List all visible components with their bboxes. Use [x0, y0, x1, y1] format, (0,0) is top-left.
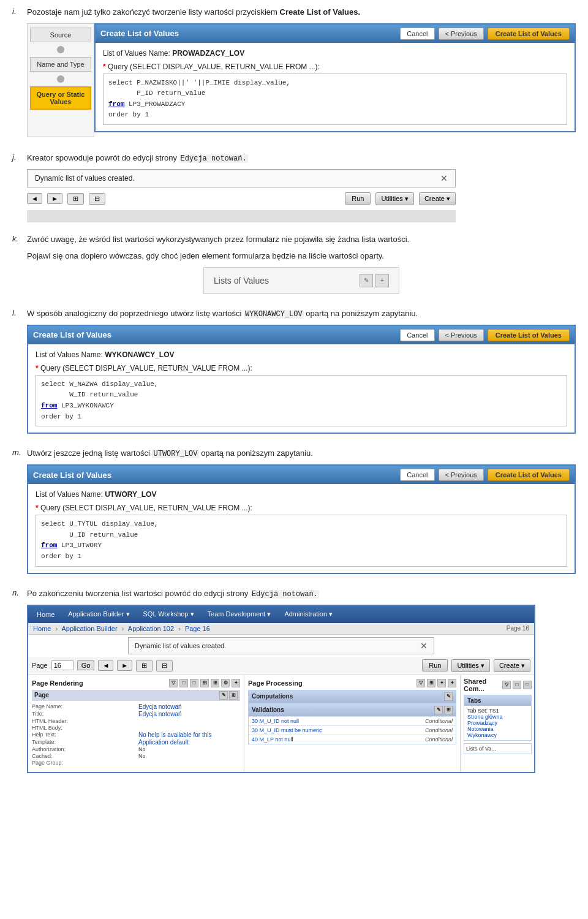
step-k-letter: k. — [12, 233, 27, 243]
step-n-text: Po zakończeniu tworzenia list wartości p… — [27, 588, 576, 600]
cancel-button-l[interactable]: Cancel — [400, 329, 434, 341]
nav-home-n[interactable]: Home — [31, 608, 61, 621]
mini-icon-3[interactable]: □ — [190, 679, 198, 687]
mini-icon-5[interactable]: ⊞ — [211, 679, 219, 687]
nav-team-dev-n[interactable]: Team Development ▾ — [202, 607, 277, 621]
create-lov-dialog-m: Create List of Values Cancel < Previous … — [27, 464, 576, 573]
step-n-main-text: Po zakończeniu tworzenia list wartości p… — [27, 589, 248, 598]
create-lov-button-m[interactable]: Create List of Values — [488, 469, 570, 481]
previous-button-m[interactable]: < Previous — [439, 469, 484, 481]
nav-app-builder-n[interactable]: Application Builder ▾ — [62, 607, 135, 621]
sidebar-item-query[interactable]: Query or Static Values — [30, 86, 91, 110]
page-expand-icon-n[interactable]: ⊟ — [156, 660, 173, 671]
step-m: m. Utwórz jeszcze jedną listę wartości U… — [12, 447, 576, 578]
mini-icon-7[interactable]: ✦ — [232, 679, 240, 687]
step-i-letter: i. — [12, 6, 27, 16]
create-lov-title-l: Create List of Values — [33, 330, 111, 339]
tab-link-2[interactable]: Prowadzący — [467, 720, 497, 726]
create-lov-button-l[interactable]: Create List of Values — [488, 329, 570, 341]
nav-back-btn-j[interactable]: ◄ — [27, 193, 42, 204]
lov-name-row-i: List of Values Name: PROWADZACY_LOV — [103, 49, 567, 58]
lov-add-icon[interactable]: + — [375, 274, 389, 287]
code-line-i-1: select P_NAZWISKO||' '||P_IMIE display_v… — [108, 78, 562, 89]
previous-button-i[interactable]: < Previous — [439, 28, 484, 40]
run-button-n[interactable]: Run — [422, 659, 448, 671]
validation-link-2[interactable]: 30 M_U_ID must be numeric — [252, 727, 322, 733]
page-section-edit-icon[interactable]: ✎ — [219, 691, 228, 700]
pp-icon-1[interactable]: ▽ — [417, 679, 425, 687]
page-ctrl-row-n: Page Go ◄ ► ⊞ ⊟ Run Utilities ▾ Create ▾ — [28, 657, 534, 675]
page-grid-icon-n[interactable]: ⊞ — [136, 660, 153, 671]
lov-edit-icon[interactable]: ✎ — [360, 274, 373, 287]
comp-icon-1[interactable]: ✎ — [444, 692, 453, 701]
create-lov-button-i[interactable]: Create List of Values — [488, 28, 570, 40]
previous-button-l[interactable]: < Previous — [439, 329, 484, 341]
mini-icon-6[interactable]: ⚙ — [221, 679, 230, 687]
nav-administration-n[interactable]: Administration ▾ — [278, 607, 339, 621]
cancel-button-i[interactable]: Cancel — [400, 28, 434, 40]
query-label-m: * Query (SELECT DISPLAY_VALUE, RETURN_VA… — [36, 504, 567, 512]
query-label-text-l: Query (SELECT DISPLAY_VALUE, RETURN_VALU… — [40, 364, 252, 373]
authorization-label: Authorization: — [32, 746, 134, 752]
breadcrumb-app-n[interactable]: Application 102 — [128, 625, 174, 632]
run-button-j[interactable]: Run — [345, 192, 371, 205]
lov-name-value-l: WYKONAWCY_LOV — [105, 350, 174, 359]
sc-icon-1[interactable]: ▽ — [502, 681, 511, 689]
nav-sql-workshop-n[interactable]: SQL Workshop ▾ — [137, 607, 200, 621]
page-rendering-icons: ▽ □ □ ⊞ ⊞ ⚙ ✦ — [169, 679, 240, 687]
pp-icon-4[interactable]: ✦ — [448, 679, 456, 687]
close-banner-j[interactable]: ✕ — [440, 173, 448, 183]
page-num-input-n[interactable] — [51, 660, 74, 670]
expand-icon-btn-j[interactable]: ⊟ — [89, 193, 105, 205]
val-icon-1[interactable]: ✎ — [434, 706, 443, 714]
grid-icon-btn-j[interactable]: ⊞ — [67, 193, 84, 205]
step-n-content: Po zakończeniu tworzenia list wartości p… — [27, 588, 576, 779]
create-lov-header-m: Create List of Values Cancel < Previous … — [28, 466, 575, 484]
pp-icon-2[interactable]: ⊞ — [427, 679, 435, 687]
sc-icon-3[interactable]: □ — [523, 681, 532, 689]
wizard-sidebar: Source Name and Type Query or Static Val… — [27, 23, 94, 137]
create-button-j[interactable]: Create ▾ — [419, 192, 456, 205]
sidebar-item-name-type[interactable]: Name and Type — [30, 57, 91, 72]
code-line-i-3: from LP3_PROWADZACY — [108, 99, 562, 110]
utilities-button-n[interactable]: Utilities ▾ — [451, 659, 490, 672]
step-l: l. W sposób analogiczny do poprzedniego … — [12, 308, 576, 439]
tab-link-1[interactable]: Strona główna — [467, 714, 503, 720]
sc-icon-2[interactable]: □ — [513, 681, 521, 689]
create-button-n[interactable]: Create ▾ — [494, 659, 530, 672]
mini-icon-4[interactable]: ⊞ — [200, 679, 209, 687]
page-section-expand-icon[interactable]: ⊞ — [229, 691, 238, 700]
shared-components-title: Shared Com... — [464, 678, 502, 692]
sidebar-item-source[interactable]: Source — [30, 28, 91, 42]
breadcrumb-page-n[interactable]: Page 16 — [185, 625, 210, 632]
page-section: Page ✎ ⊞ Page Name: Edycja notowań Title… — [32, 690, 240, 766]
step-k-content: Zwróć uwagę, że wśród list wartości wyko… — [27, 233, 576, 299]
page-ctrl-label-n: Page — [32, 662, 48, 669]
utilities-button-j[interactable]: Utilities ▾ — [375, 192, 414, 205]
close-banner-n[interactable]: ✕ — [420, 641, 428, 651]
mini-icon-1[interactable]: ▽ — [169, 679, 178, 687]
step-m-text2: opartą na poniższym zapytaniu. — [201, 448, 313, 458]
code-line-m-3: from LP3_UTWORY — [41, 540, 562, 551]
tab-link-3[interactable]: Notowania — [467, 726, 494, 732]
code-line-l-1: select W_NAZWA display_value, — [41, 379, 562, 390]
go-button-n[interactable]: Go — [77, 660, 95, 670]
nav-fwd-btn-j[interactable]: ► — [47, 193, 62, 204]
page-nav-back-n[interactable]: ◄ — [98, 660, 113, 671]
mini-icon-2[interactable]: □ — [179, 679, 188, 687]
step-j-main-text: Kreator spowoduje powrót do edycji stron… — [27, 153, 177, 162]
page-nav-fwd-n[interactable]: ► — [117, 660, 132, 671]
breadcrumb-app-builder-n[interactable]: Application Builder — [62, 625, 118, 632]
validation-link-1[interactable]: 30 M_U_ID not null — [252, 718, 299, 724]
create-lov-title-m: Create List of Values — [33, 471, 111, 480]
code-line-m-1: select U_TYTUL display_value, — [41, 519, 562, 530]
validation-link-3[interactable]: 40 M_LP not null — [252, 736, 293, 743]
val-icon-2[interactable]: ⊞ — [444, 706, 453, 714]
breadcrumb-home-n[interactable]: Home — [33, 625, 51, 632]
pp-icon-3[interactable]: ✦ — [437, 679, 446, 687]
lists-of-values-mini: Lists of Va... — [464, 743, 532, 754]
cancel-button-m[interactable]: Cancel — [400, 469, 434, 481]
tab-link-4[interactable]: Wykonawcy — [467, 732, 497, 738]
page-fields: Page Name: Edycja notowań Title: Edycja … — [32, 703, 240, 766]
page-group-value — [138, 760, 240, 766]
